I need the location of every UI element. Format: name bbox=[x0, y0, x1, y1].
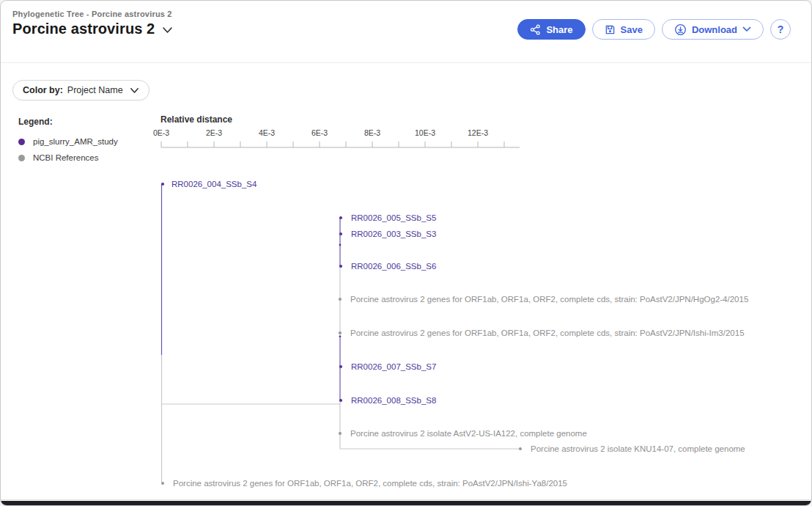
tree-leaf-label[interactable]: RR0026_003_SSb_S3 bbox=[351, 230, 436, 238]
tree-leaf-node bbox=[339, 399, 342, 402]
tree-leaf-node bbox=[519, 447, 522, 450]
bottom-edge-line bbox=[1, 499, 811, 500]
tree-internal-node bbox=[339, 244, 342, 246]
tree-internal-node bbox=[339, 336, 342, 338]
tree-leaf-label[interactable]: Porcine astrovirus 2 isolate KNU14-07, c… bbox=[531, 444, 745, 453]
axis-tick-label: 0E-3 bbox=[153, 128, 169, 137]
tree-leaf-label[interactable]: RR0026_008_SSb_S8 bbox=[351, 396, 436, 405]
axis-tick-label: 8E-3 bbox=[364, 128, 380, 137]
tree-leaf-label[interactable]: Porcine astrovirus 2 genes for ORF1ab, O… bbox=[173, 479, 567, 488]
tree-leaf-node bbox=[161, 183, 164, 186]
tree-leaf-node bbox=[339, 232, 342, 235]
phylogenetic-tree-canvas: 0E-32E-34E-36E-38E-310E-312E-3RR0026_004… bbox=[1, 1, 812, 506]
tree-leaf-label[interactable]: RR0026_004_SSb_S4 bbox=[171, 180, 257, 188]
axis-tick-label: 6E-3 bbox=[311, 128, 328, 137]
tree-leaf-node bbox=[339, 331, 342, 334]
app-window: Phylogenetic Tree - Porcine astrovirus 2… bbox=[0, 0, 812, 506]
tree-leaf-label[interactable]: Porcine astrovirus 2 genes for ORF1ab, O… bbox=[350, 329, 745, 337]
tree-leaf-label[interactable]: RR0026_006_SSb_S6 bbox=[351, 262, 436, 271]
tree-leaf-node bbox=[339, 432, 342, 435]
tree-leaf-label[interactable]: Porcine astrovirus 2 isolate AstV2-US-IA… bbox=[350, 429, 587, 438]
tree-leaf-label[interactable]: Porcine astrovirus 2 genes for ORF1ab, O… bbox=[350, 295, 748, 304]
tree-leaf-node bbox=[339, 265, 342, 268]
axis-tick-label: 10E-3 bbox=[415, 128, 435, 137]
tree-leaf-node bbox=[339, 216, 342, 219]
axis-tick-label: 2E-3 bbox=[206, 128, 222, 137]
tree-leaf-label[interactable]: RR0026_005_SSb_S5 bbox=[351, 213, 436, 222]
tree-leaf-label[interactable]: RR0026_007_SSb_S7 bbox=[351, 362, 436, 371]
axis-tick-label: 12E-3 bbox=[468, 128, 488, 137]
tree-leaf-node bbox=[339, 365, 342, 368]
axis-tick-label: 4E-3 bbox=[259, 128, 275, 137]
tree-leaf-node bbox=[161, 482, 164, 485]
tree-leaf-node bbox=[339, 298, 342, 301]
